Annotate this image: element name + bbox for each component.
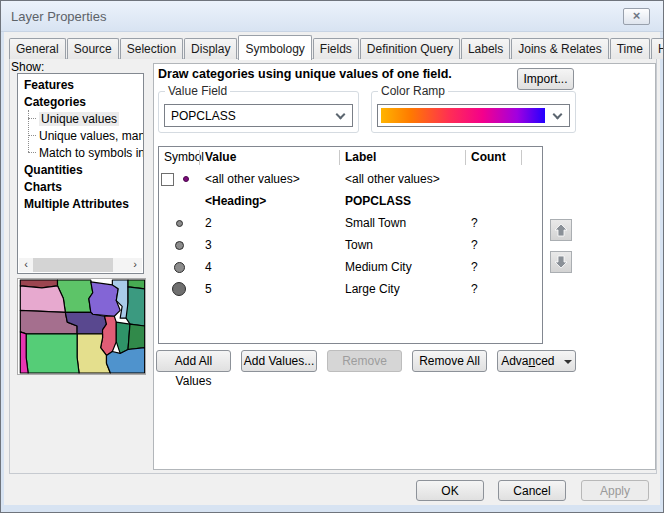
tab-selection[interactable]: Selection (120, 38, 183, 59)
tab-time[interactable]: Time (610, 38, 650, 59)
tree-item-categories[interactable]: Categories (18, 93, 143, 110)
remove-all-button[interactable]: Remove All (412, 350, 487, 372)
close-button[interactable]: × (623, 8, 650, 25)
table-row-heading[interactable]: <Heading> POPCLASS (159, 190, 542, 212)
advanced-button[interactable]: Advanced (497, 350, 576, 372)
table-row-small-town[interactable]: 2 Small Town ? (159, 212, 542, 234)
column-header-value[interactable]: Value (205, 150, 236, 164)
tab-general[interactable]: General (9, 38, 66, 59)
move-down-button[interactable] (550, 251, 572, 273)
column-header-label[interactable]: Label (345, 150, 376, 164)
tab-strip: General Source Selection Display Symbolo… (9, 34, 664, 59)
tree-item-match-to-symbols[interactable]: Match to symbols in a (18, 144, 143, 161)
chevron-down-icon (336, 110, 346, 120)
map-preview (17, 278, 146, 375)
value-field-label: Value Field (165, 84, 230, 98)
tab-joins-relates[interactable]: Joins & Relates (511, 38, 608, 59)
tree-item-charts[interactable]: Charts (18, 178, 143, 195)
close-icon: × (633, 8, 641, 23)
ok-button[interactable]: OK (416, 480, 484, 501)
layer-properties-dialog: Layer Properties × General Source Select… (0, 0, 664, 513)
scroll-left-icon[interactable]: ‹ (19, 258, 33, 272)
apply-button[interactable]: Apply (581, 480, 649, 501)
chevron-down-icon (553, 110, 563, 120)
gray-point-symbol-icon[interactable] (176, 220, 183, 227)
scrollbar-thumb[interactable] (33, 258, 113, 272)
show-label: Show: (11, 60, 44, 74)
gray-point-symbol-icon[interactable] (172, 282, 186, 296)
gray-point-symbol-icon[interactable] (175, 241, 184, 250)
scroll-right-icon[interactable]: › (128, 258, 142, 272)
arrow-up-icon (554, 223, 568, 237)
tab-html-popup[interactable]: HTML Popup (651, 38, 664, 59)
add-all-values-button[interactable]: Add All Values (156, 350, 231, 372)
table-row-medium-city[interactable]: 4 Medium City ? (159, 256, 542, 278)
column-header-count[interactable]: Count (471, 150, 506, 164)
add-values-button[interactable]: Add Values... (241, 350, 317, 372)
tree-item-unique-values[interactable]: Unique values (18, 110, 143, 127)
table-header-row: Symbol Value Label Count (159, 147, 542, 168)
column-header-symbol[interactable]: Symbol (164, 150, 204, 164)
tree-twig-icon (28, 135, 36, 136)
value-field-dropdown[interactable]: POPCLASS (164, 104, 353, 127)
color-ramp-dropdown[interactable] (377, 104, 570, 127)
titlebar[interactable]: Layer Properties × (1, 1, 663, 32)
tab-fields[interactable]: Fields (313, 38, 359, 59)
tree-item-unique-values-many[interactable]: Unique values, many (18, 127, 143, 144)
tree-twig-icon (28, 152, 36, 153)
renderer-description: Draw categories using unique values of o… (158, 67, 452, 81)
remove-button[interactable]: Remove (327, 350, 402, 372)
tab-definition-query[interactable]: Definition Query (360, 38, 460, 59)
tree-item-multiple-attributes[interactable]: Multiple Attributes (18, 195, 143, 212)
value-field-selected: POPCLASS (171, 109, 236, 123)
categories-table[interactable]: Symbol Value Label Count <all other valu… (158, 146, 543, 344)
tree-item-quantities[interactable]: Quantities (18, 161, 143, 178)
tab-symbology[interactable]: Symbology (238, 35, 311, 60)
tab-display[interactable]: Display (184, 38, 237, 59)
dropdown-caret-icon (564, 360, 572, 364)
all-other-values-checkbox[interactable] (161, 173, 174, 186)
arrow-down-icon (554, 255, 568, 269)
tab-labels[interactable]: Labels (461, 38, 510, 59)
renderer-tree: Features Categories Unique values Unique… (17, 73, 144, 274)
tree-item-features[interactable]: Features (18, 76, 143, 93)
tree-horizontal-scrollbar[interactable]: ‹ › (19, 258, 142, 272)
table-row-large-city[interactable]: 5 Large City ? (159, 278, 542, 300)
tab-source[interactable]: Source (67, 38, 119, 59)
import-button[interactable]: Import... (517, 68, 574, 90)
color-ramp-gradient (381, 108, 545, 123)
tree-twig-icon (28, 118, 36, 119)
cancel-button[interactable]: Cancel (498, 480, 566, 501)
table-row-all-other-values[interactable]: <all other values> <all other values> (159, 168, 542, 190)
gray-point-symbol-icon[interactable] (174, 262, 185, 273)
tree-branch-line (28, 110, 29, 152)
map-preview-image (18, 279, 145, 374)
color-ramp-label: Color Ramp (378, 84, 448, 98)
move-up-button[interactable] (550, 219, 572, 241)
window-title: Layer Properties (11, 9, 106, 24)
purple-point-symbol-icon[interactable] (183, 176, 189, 182)
table-row-town[interactable]: 3 Town ? (159, 234, 542, 256)
